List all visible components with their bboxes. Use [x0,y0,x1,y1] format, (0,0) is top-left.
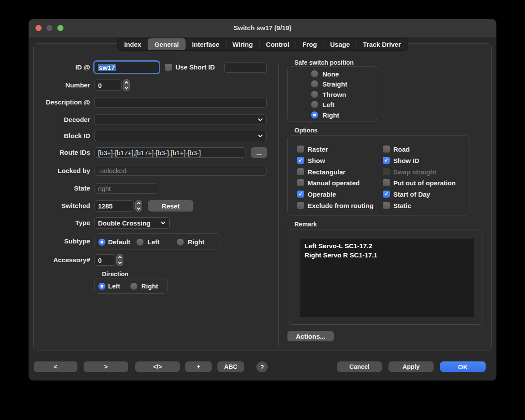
subtype-radio-left[interactable] [136,239,144,246]
safe-radio-right[interactable] [311,111,318,118]
desktop-background: Switch sw17 (9/19) Index General Interfa… [0,0,525,420]
road-label: Road [393,146,410,153]
options-group: Raster Road Show Show ID Rectangular Swa… [287,135,469,215]
actions-button[interactable]: Actions... [287,331,334,341]
switched-label: Switched [34,200,90,212]
cancel-button[interactable]: Cancel [337,361,382,372]
type-value: Double Crossing [98,219,150,227]
switched-stepper[interactable] [135,200,142,212]
subtype-group: Default Left Right [94,233,220,250]
abc-sort-button[interactable]: ABC [217,361,244,372]
type-label: Type [34,217,90,229]
description-input[interactable] [94,97,267,108]
switched-input[interactable]: 1285 [94,200,134,212]
show-label: Show [308,157,325,164]
chevron-down-icon [137,206,140,210]
tab-wiring[interactable]: Wiring [226,38,259,50]
remark-label: Remark [294,221,317,228]
static-checkbox[interactable] [383,202,390,209]
subtype-radio-default[interactable] [98,239,105,246]
operable-checkbox[interactable] [297,191,304,198]
route-ids-browse-button[interactable]: ... [251,147,267,158]
chevron-up-icon [125,81,128,85]
route-ids-value: [b3+]-[b17+],[b17+]-[b3-],[b1+]-[b3-] [98,149,201,156]
short-id-input[interactable] [224,62,267,73]
road-checkbox[interactable] [383,146,390,153]
direction-group: Left Right [94,278,168,294]
state-value: right [98,185,111,192]
safe-radio-straight[interactable] [311,80,318,87]
locked-by-label: Locked by [34,166,90,176]
splitter[interactable] [278,63,279,346]
block-id-select[interactable] [94,131,267,141]
direction-left-label: Left [108,278,120,294]
type-select[interactable]: Double Crossing [94,217,170,229]
prev-item-button[interactable]: < [34,361,77,372]
exclude-from-routing-checkbox[interactable] [297,202,304,209]
start-of-day-checkbox[interactable] [383,191,390,198]
tab-frog[interactable]: Frog [296,38,323,50]
operable-label: Operable [308,191,336,198]
safe-straight-label: Straight [322,80,347,88]
decoder-select[interactable] [94,115,267,125]
decoder-dropdown-button[interactable] [255,115,266,124]
tab-usage[interactable]: Usage [324,38,357,50]
tab-general[interactable]: General [148,38,186,50]
safe-radio-none[interactable] [311,70,318,77]
chevron-down-icon [118,260,122,264]
subtype-radio-right[interactable] [177,239,184,246]
accessory-input[interactable]: 0 [94,254,115,266]
subtype-left-label: Left [147,234,160,250]
show-checkbox[interactable] [297,157,304,164]
show-id-label: Show ID [393,157,419,164]
rectangular-checkbox[interactable] [297,168,304,175]
accessory-stepper[interactable] [116,254,123,266]
route-ids-input[interactable]: [b3+]-[b17+],[b17+]-[b3-],[b1+]-[b3-] [94,147,245,158]
direction-right-label: Right [141,278,158,294]
next-item-button[interactable]: > [84,361,128,372]
safe-radio-left[interactable] [311,101,318,108]
tab-index[interactable]: Index [118,38,148,50]
type-dropdown-button[interactable] [158,219,168,227]
accessory-value: 0 [98,257,102,264]
direction-radio-left[interactable] [98,283,105,290]
number-input[interactable]: 0 [94,80,122,91]
subtype-right-label: Right [188,234,204,250]
safe-radio-thrown[interactable] [311,91,318,98]
reset-button[interactable]: Reset [148,200,193,212]
tab-track-driver[interactable]: Track Driver [357,38,408,50]
id-input[interactable]: sw17 [94,62,159,73]
subtype-default-label: Default [108,234,130,250]
block-id-dropdown-button[interactable] [255,132,266,140]
direction-radio-right[interactable] [130,283,137,290]
use-short-id-checkbox[interactable] [165,64,172,71]
id-input-selected-text: sw17 [98,64,116,71]
manual-operated-checkbox[interactable] [297,179,304,186]
ok-button[interactable]: OK [440,361,486,372]
help-button[interactable]: ? [256,361,268,372]
tab-interface[interactable]: Interface [186,38,226,50]
locked-by-value: -unlocked- [98,167,129,174]
number-stepper[interactable] [123,79,130,91]
titlebar[interactable]: Switch sw17 (9/19) [29,19,496,37]
options-label: Options [294,127,318,134]
xml-view-button[interactable]: </> [135,361,180,372]
chevron-down-icon [125,86,128,89]
swap-straight-checkbox [383,168,390,175]
put-out-of-operation-label: Put out of operation [393,179,455,187]
number-value: 0 [98,82,102,89]
tab-control[interactable]: Control [259,38,296,50]
general-tab-panel: ID @ sw17 Use Short ID Number 0 Descript… [33,43,492,351]
show-id-checkbox[interactable] [383,157,390,164]
block-id-label: Block ID [34,131,90,141]
put-out-of-operation-checkbox[interactable] [383,179,390,186]
remark-textarea[interactable]: Left Servo-L SC1-17.2 Right Servo R SC1-… [300,239,474,317]
apply-button[interactable]: Apply [388,361,434,372]
manual-operated-label: Manual operated [308,179,360,187]
remark-group: Left Servo-L SC1-17.2 Right Servo R SC1-… [288,229,483,325]
raster-checkbox[interactable] [297,146,304,153]
safe-left-label: Left [322,101,335,108]
id-label: ID @ [34,62,90,73]
decoder-label: Decoder [34,115,90,125]
add-button[interactable]: + [185,361,212,372]
